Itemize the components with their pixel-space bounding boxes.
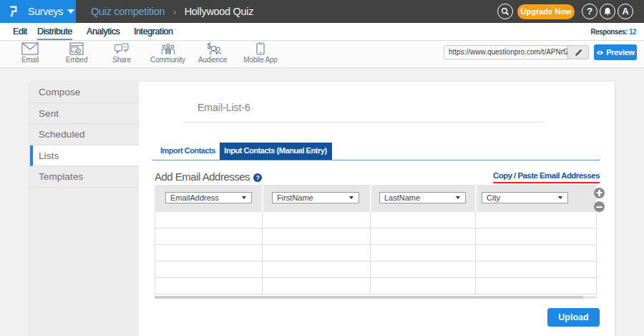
svg-text:$: $ <box>208 42 212 50</box>
